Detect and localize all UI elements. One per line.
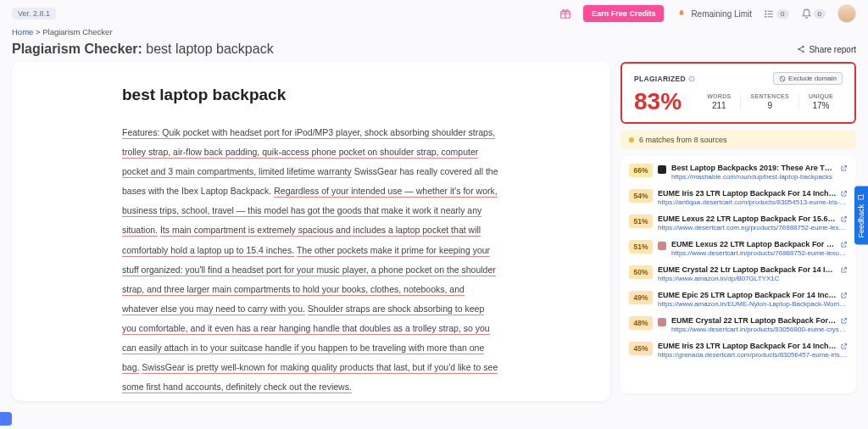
svg-point-5 — [765, 13, 766, 14]
source-title: EUME Lexus 22 LTR Laptop Backpack For 15… — [671, 240, 837, 248]
source-title: EUME Lexus 22 LTR Laptop Backpack For 15… — [658, 214, 837, 223]
source-url[interactable]: https://grenada.desertcart.com/products/… — [658, 351, 848, 359]
exclude-domain-button[interactable]: Exclude domain — [773, 72, 843, 85]
chat-icon — [858, 193, 865, 201]
dot-icon — [629, 137, 634, 142]
source-title: EUME Crystal 22 Ltr Laptop Backpack For … — [658, 265, 837, 274]
external-link-icon[interactable] — [840, 343, 848, 350]
version-badge: Ver. 2.8.1 — [12, 8, 56, 20]
source-title: EUME Epic 25 LTR Laptop Backpack For 14 … — [658, 291, 837, 299]
external-link-icon[interactable] — [840, 317, 848, 325]
source-title: EUME Iris 23 LTR Laptop Backpack For 14 … — [658, 189, 837, 198]
matches-header: 6 matches from 8 sources — [620, 131, 856, 149]
source-item[interactable]: 51%EUME Lexus 22 LTR Laptop Backpack For… — [627, 237, 849, 259]
sources-list: 66%Best Laptop Backpacks 2019: These Are… — [620, 156, 856, 393]
source-title: EUME Iris 23 LTR Laptop Backpack For 14 … — [658, 342, 837, 350]
match-percent-badge: 54% — [629, 189, 653, 203]
source-url[interactable]: https://www.desertcart.com.eg/products/7… — [658, 224, 848, 231]
svg-point-8 — [798, 48, 800, 50]
avatar[interactable] — [837, 4, 856, 23]
source-url[interactable]: https://www.desertcart.in/products/83056… — [671, 326, 848, 333]
plag-percent: 83% — [634, 88, 698, 115]
match-percent-badge: 51% — [629, 214, 653, 228]
list-button[interactable]: 0 — [764, 8, 788, 20]
remaining-limit[interactable]: Remaining Limit — [676, 8, 752, 19]
svg-point-6 — [765, 16, 766, 17]
source-item[interactable]: 48%EUME Crystal 22 LTR Laptop Backpack F… — [627, 314, 849, 336]
svg-point-4 — [765, 10, 766, 11]
fire-icon — [676, 8, 686, 19]
favicon — [658, 165, 666, 174]
plagiarism-summary: PLAGIARIZED Exclude domain 83% WORDS211S… — [620, 62, 856, 124]
svg-line-14 — [781, 77, 784, 81]
list-count: 0 — [776, 9, 788, 19]
source-url[interactable]: https://www.amazon.in/EUME-Nylon-Laptop-… — [658, 300, 848, 308]
bell-icon — [801, 8, 812, 20]
favicon — [658, 242, 666, 250]
source-item[interactable]: 49%EUME Epic 25 LTR Laptop Backpack For … — [627, 288, 849, 310]
notifications-button[interactable]: 0 — [801, 8, 826, 20]
breadcrumb-page: Plagiarism Checker — [42, 27, 112, 36]
match-percent-badge: 49% — [629, 291, 653, 304]
external-link-icon[interactable] — [840, 190, 848, 198]
external-link-icon[interactable] — [840, 164, 848, 172]
feedback-label: Feedback — [857, 204, 865, 238]
share-report-button[interactable]: Share report — [797, 45, 856, 54]
breadcrumb-sep: > — [36, 27, 41, 36]
svg-point-7 — [803, 46, 804, 47]
svg-point-9 — [803, 51, 804, 53]
source-url[interactable]: https://antiqua.desertcart.com/products/… — [658, 198, 848, 206]
match-percent-badge: 48% — [629, 316, 653, 330]
plag-stat: SENTENCES9 — [740, 93, 798, 110]
earn-credits-button[interactable]: Earn Free Credits — [583, 5, 664, 22]
favicon — [658, 318, 666, 326]
remaining-limit-label: Remaining Limit — [691, 9, 752, 19]
external-link-icon[interactable] — [840, 215, 848, 223]
source-url[interactable]: https://mashable.com/roundup/best-laptop… — [671, 173, 848, 181]
external-link-icon[interactable] — [840, 292, 848, 299]
share-icon — [797, 45, 805, 53]
page-title: Plagiarism Checker: best laptop backpack — [12, 42, 274, 57]
content-heading: best laptop backpack — [122, 86, 500, 104]
match-percent-badge: 50% — [629, 265, 653, 279]
content-body: Features: Quik pocket with headset port … — [122, 123, 500, 397]
match-percent-badge: 45% — [629, 342, 653, 355]
breadcrumb-home[interactable]: Home — [12, 27, 33, 36]
source-title: Best Laptop Backpacks 2019: These Are Th… — [671, 164, 837, 172]
exclude-label: Exclude domain — [788, 75, 837, 82]
plag-stat: WORDS211 — [698, 93, 740, 110]
source-item[interactable]: 50%EUME Crystal 22 Ltr Laptop Backpack F… — [627, 263, 849, 285]
source-item[interactable]: 51%EUME Lexus 22 LTR Laptop Backpack For… — [627, 212, 849, 234]
content-card: best laptop backpack Features: Quik pock… — [12, 62, 610, 401]
ban-icon — [779, 75, 786, 82]
info-icon[interactable] — [688, 75, 695, 82]
matches-header-text: 6 matches from 8 sources — [639, 136, 727, 144]
corner-widget[interactable] — [0, 412, 12, 426]
external-link-icon[interactable] — [840, 241, 848, 248]
gift-icon — [559, 8, 571, 20]
external-link-icon[interactable] — [840, 266, 848, 274]
bell-count: 0 — [814, 9, 826, 19]
match-percent-badge: 66% — [629, 164, 653, 177]
feedback-tab[interactable]: Feedback — [854, 187, 868, 245]
source-item[interactable]: 45%EUME Iris 23 LTR Laptop Backpack For … — [627, 339, 849, 361]
breadcrumb: Home > Plagiarism Checker — [0, 24, 868, 40]
source-item[interactable]: 66%Best Laptop Backpacks 2019: These Are… — [627, 161, 849, 183]
match-percent-badge: 51% — [629, 240, 653, 254]
source-url[interactable]: https://www.amazon.in/dp/B07GLTYX1C — [658, 275, 848, 282]
source-title: EUME Crystal 22 LTR Laptop Backpack For … — [671, 316, 837, 325]
source-url[interactable]: https://www.desertcart.in/products/76988… — [671, 249, 848, 257]
share-label: Share report — [809, 45, 856, 54]
list-icon — [764, 8, 775, 20]
plag-stat: UNIQUE17% — [798, 93, 843, 110]
plag-label: PLAGIARIZED — [634, 75, 686, 83]
source-item[interactable]: 54%EUME Iris 23 LTR Laptop Backpack For … — [627, 187, 849, 209]
